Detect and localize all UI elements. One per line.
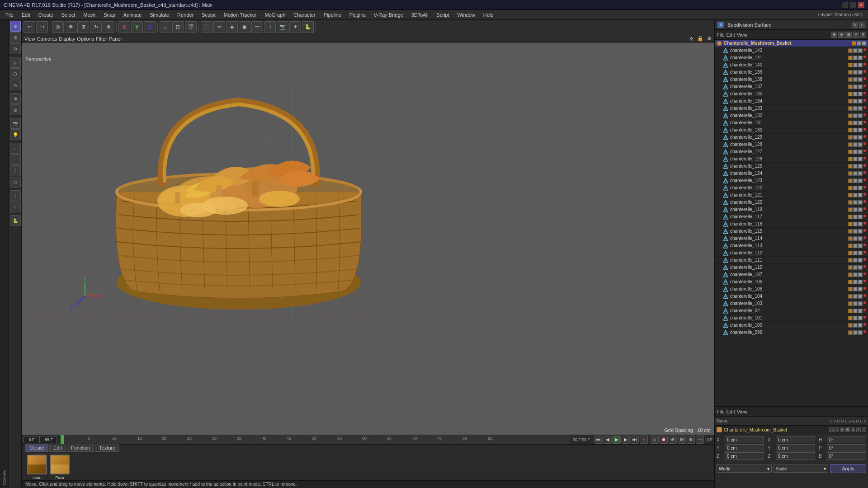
sweep-button[interactable]: ◈ — [226, 21, 238, 33]
attr-ctrl-5[interactable]: ⊗ — [851, 427, 855, 432]
ctrl-color-chanterelle_118[interactable] — [848, 207, 853, 212]
keyframe-button[interactable]: ◇ — [651, 436, 659, 444]
ctrl-vis-chanterelle_129[interactable]: ○ — [853, 135, 858, 140]
ctrl-color-chanterelle_107[interactable] — [848, 272, 853, 277]
menu-window[interactable]: Window — [454, 11, 479, 19]
options-menu[interactable]: Options — [77, 36, 94, 42]
menu-help[interactable]: Help — [480, 11, 497, 19]
close-button[interactable]: ✕ — [858, 2, 864, 8]
scale-button[interactable]: ⊞ — [77, 21, 89, 33]
ctrl-color-chanterelle_131[interactable] — [848, 121, 853, 125]
ctrl-x-chanterelle_103[interactable]: ✕ — [858, 301, 863, 306]
undo-button[interactable]: ↩ — [24, 21, 35, 33]
obj-item-chanterelle_127[interactable]: chanterelle_127 ○ ✕ — [715, 148, 868, 155]
ctrl-vis-chanterelle_127[interactable]: ○ — [853, 150, 858, 154]
ctrl-vis-chanterelle_103[interactable]: ○ — [853, 301, 858, 306]
ctrl-x-chanterelle_138[interactable]: ✕ — [858, 77, 863, 82]
menu-sculpt[interactable]: Sculpt — [198, 11, 219, 19]
axis-tool-button[interactable]: ⊗ — [10, 104, 21, 115]
ctrl-color-chanterelle_133[interactable] — [848, 106, 853, 111]
move-tool-button[interactable]: ✥ — [10, 21, 21, 32]
light-tool-button[interactable]: 💡 — [10, 129, 21, 140]
ctrl-vis-chanterelle_110[interactable]: ○ — [853, 265, 858, 270]
ctrl-vis-chanterelle_107[interactable]: ○ — [853, 272, 858, 277]
obj-view-menu[interactable]: View — [737, 32, 748, 38]
ctrl-vis-chanterelle_115[interactable]: ○ — [853, 229, 858, 234]
ctrl-color-chanterelle_140[interactable] — [848, 63, 853, 67]
ctrl-vis-chanterelle_106[interactable]: ○ — [853, 280, 858, 284]
end-frame-input[interactable] — [41, 436, 57, 443]
ctrl-x-chanterelle_125[interactable]: ✕ — [858, 164, 863, 169]
ctrl-color-chanterelle_142[interactable] — [848, 48, 853, 53]
viewport-settings-icon[interactable]: ⚙ — [707, 36, 712, 42]
menu-3dtoall[interactable]: 3DToAll — [408, 11, 432, 19]
menu-animate[interactable]: Animate — [120, 11, 145, 19]
attr-view-menu[interactable]: View — [737, 409, 748, 414]
ctrl-vis-chanterelle_099[interactable]: ○ — [853, 330, 858, 335]
ctrl-vis-chanterelle_122[interactable]: ○ — [853, 186, 858, 190]
obj-item-chanterelle_115[interactable]: chanterelle_115 ○ ✕ — [715, 228, 868, 235]
menu-mograph[interactable]: MoGraph — [261, 11, 289, 19]
ctrl-x-chanterelle_111[interactable]: ✕ — [858, 258, 863, 263]
obj-item-chanterelle_126[interactable]: chanterelle_126 ○ ✕ — [715, 155, 868, 163]
polygon-tool-button[interactable]: ⬡ — [10, 68, 21, 79]
mat-tab-function[interactable]: Function — [67, 444, 94, 452]
obj-item-chanterelle_121[interactable]: chanterelle_121 ○ ✕ — [715, 192, 868, 199]
filter-menu[interactable]: Filter — [96, 36, 107, 42]
spline-button[interactable]: 〜 — [251, 21, 263, 33]
obj-item-chanterelle_118[interactable]: chanterelle_118 ○ ✕ — [715, 206, 868, 213]
material-picni[interactable]: Picni — [50, 455, 70, 480]
ctrl-color-chanterelle_130[interactable] — [848, 128, 853, 132]
ctrl-vis-chanterelle_125[interactable]: ○ — [853, 164, 858, 169]
ctrl-vis-chanterelle_130[interactable]: ○ — [853, 128, 858, 132]
obj-icon5[interactable]: ✲ — [860, 32, 866, 38]
prev-frame-button[interactable]: ◀ — [604, 436, 612, 444]
ctrl-x-chanterelle_135[interactable]: ✕ — [858, 92, 863, 96]
texture-button[interactable]: T — [10, 190, 21, 201]
attr-ctrl-1[interactable]: □ — [829, 427, 834, 432]
attr-ctrl-7[interactable]: ⬡ — [862, 427, 866, 432]
mat-tab-edit[interactable]: Edit — [49, 444, 66, 452]
bz-input[interactable]: 0° — [827, 452, 866, 460]
attr-edit-menu[interactable]: Edit — [726, 409, 735, 414]
ctrl-color-chanterelle_141[interactable] — [848, 56, 853, 60]
obj-item-chanterelle_104[interactable]: chanterelle_104 ○ ✕ — [715, 293, 868, 300]
ctrl-color-chanterelle_126[interactable] — [848, 157, 853, 161]
ctrl-x-chanterelle_139[interactable]: ✕ — [858, 70, 863, 75]
ctrl-vis-chanterelle_126[interactable]: ○ — [853, 157, 858, 161]
ctrl-x-chanterelle_101[interactable]: ✕ — [858, 316, 863, 320]
obj-item-chanterelle_128[interactable]: chanterelle_128 ○ ✕ — [715, 141, 868, 148]
menu-pipeline[interactable]: Pipeline — [320, 11, 345, 19]
menu-edit[interactable]: Edit — [18, 11, 34, 19]
obj-item-chanterelle_099[interactable]: chanterelle_099 ○ ✕ — [715, 329, 868, 336]
ctrl-color-chanterelle_128[interactable] — [848, 142, 853, 147]
viewport-lock-icon[interactable]: 🔒 — [697, 36, 703, 42]
panel-menu[interactable]: Panel — [109, 36, 122, 42]
cube-button[interactable]: ⬛ — [201, 21, 212, 33]
ctrl-color-chanterelle_099[interactable] — [848, 330, 853, 335]
ctrl-vis-chanterelle_137[interactable]: ○ — [853, 84, 858, 89]
ctrl-color-chanterelle_122[interactable] — [848, 186, 853, 190]
obj-ctrl-color[interactable] — [852, 41, 856, 46]
ctrl-x-chanterelle_105[interactable]: ✕ — [858, 287, 863, 291]
sx-input[interactable]: 0 cm — [776, 436, 815, 443]
obj-item-chanterelle_142[interactable]: chanterelle_142 ○ ✕ — [715, 47, 868, 54]
ctrl-color-chanterelle_134[interactable] — [848, 99, 853, 103]
obj-edit-menu[interactable]: Edit — [726, 32, 735, 38]
motion-key-button[interactable]: ⊕ — [669, 436, 677, 444]
attr-ctrl-2[interactable]: ○ — [835, 427, 839, 432]
material-chan[interactable]: chan — [27, 455, 47, 480]
ctrl-color-chanterelle_112[interactable] — [848, 251, 853, 255]
ctrl-x-chanterelle_129[interactable]: ✕ — [858, 135, 863, 140]
ctrl-vis-chanterelle_116[interactable]: ○ — [853, 222, 858, 226]
obj-item-chanterelle_103[interactable]: chanterelle_103 ○ ✕ — [715, 300, 868, 307]
ctrl-x-chanterelle_104[interactable]: ✕ — [858, 294, 863, 299]
maximize-button[interactable]: □ — [850, 2, 856, 8]
menu-create[interactable]: Create — [35, 11, 57, 19]
obj-item-chanterelle_139[interactable]: chanterelle_139 ○ ✕ — [715, 69, 868, 76]
obj-item-chanterelle_114[interactable]: chanterelle_114 ○ ✕ — [715, 235, 868, 242]
ctrl-vis-chanterelle_139[interactable]: ○ — [853, 70, 858, 75]
camera2-button[interactable]: 📷 — [277, 21, 288, 33]
ctrl-vis-chanterelle_112[interactable]: ○ — [853, 251, 858, 255]
mat-tab-create[interactable]: Create — [25, 444, 48, 452]
